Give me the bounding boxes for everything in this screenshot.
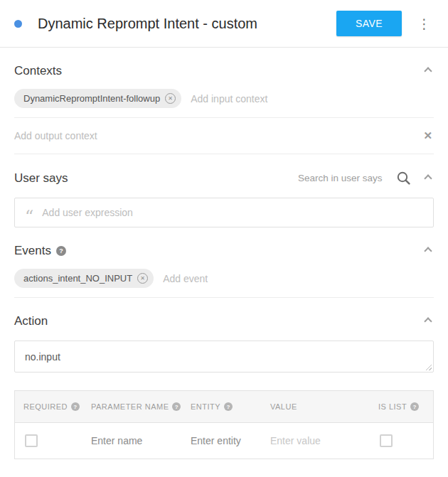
action-heading: Action (14, 314, 48, 328)
column-header-parameter-name: PARAMETER NAME ? (82, 391, 182, 422)
parameters-table: REQUIRED ? PARAMETER NAME ? ENTITY ? VAL… (14, 390, 434, 459)
remove-event-icon[interactable]: ✕ (137, 273, 148, 284)
contexts-section-divider (14, 154, 434, 154)
action-name-field[interactable] (25, 351, 423, 363)
column-header-is-list: IS LIST ? (370, 391, 433, 422)
required-checkbox[interactable] (25, 434, 38, 447)
column-header-entity: ENTITY ? (182, 391, 262, 422)
events-section: Events ? actions_intent_NO_INPUT ✕ (0, 244, 448, 297)
is-list-checkbox[interactable] (380, 434, 393, 447)
event-chip: actions_intent_NO_INPUT ✕ (14, 269, 154, 288)
column-header-value: VALUE (262, 391, 370, 422)
save-button[interactable]: SAVE (336, 11, 402, 36)
event-chip-label: actions_intent_NO_INPUT (23, 273, 132, 284)
user-says-search-group (298, 171, 434, 186)
parameter-row (15, 423, 433, 459)
kebab-menu-icon[interactable]: ⋮ (415, 16, 434, 32)
help-icon[interactable]: ? (172, 402, 181, 411)
clear-contexts-icon[interactable]: ✕ (422, 129, 434, 142)
column-header-required: REQUIRED ? (15, 391, 82, 422)
help-icon[interactable]: ? (224, 402, 233, 411)
parameter-name-field[interactable] (91, 435, 166, 446)
action-section: Action (0, 314, 448, 373)
action-input-box (14, 341, 434, 373)
input-context-chip-label: DynamicRepromptIntent-followup (23, 93, 160, 104)
user-expression-box: “ (14, 198, 434, 227)
chevron-up-icon[interactable] (424, 317, 432, 325)
entity-field[interactable] (191, 435, 265, 446)
user-says-heading: User says (14, 171, 68, 186)
add-output-context-field[interactable] (14, 130, 422, 141)
resize-handle[interactable] (425, 363, 432, 370)
value-field[interactable] (270, 435, 345, 446)
events-heading: Events (14, 244, 51, 258)
chevron-up-icon[interactable] (424, 67, 432, 75)
search-icon[interactable] (396, 171, 411, 186)
input-context-chip: DynamicRepromptIntent-followup ✕ (14, 89, 181, 108)
intent-header: Dynamic Reprompt Intent - custom SAVE ⋮ (0, 0, 448, 47)
add-event-field[interactable] (163, 273, 434, 284)
add-user-expression-field[interactable] (42, 207, 423, 218)
add-input-context-field[interactable] (191, 93, 434, 104)
contexts-heading: Contexts (14, 64, 62, 78)
help-icon[interactable]: ? (71, 402, 80, 411)
search-user-says-input[interactable] (298, 173, 392, 183)
output-context-section: ✕ (0, 118, 448, 154)
user-says-section: User says “ (0, 171, 448, 227)
events-section-divider (14, 297, 434, 298)
help-icon[interactable]: ? (56, 246, 66, 256)
help-icon[interactable]: ? (410, 402, 419, 411)
chevron-up-icon[interactable] (424, 174, 432, 182)
remove-context-icon[interactable]: ✕ (165, 93, 176, 104)
chevron-up-icon[interactable] (424, 247, 432, 254)
header-divider (0, 47, 448, 48)
intent-status-dot (14, 20, 22, 28)
parameters-table-header: REQUIRED ? PARAMETER NAME ? ENTITY ? VAL… (15, 391, 433, 423)
contexts-section: Contexts DynamicRepromptIntent-followup … (0, 64, 448, 117)
page-title: Dynamic Reprompt Intent - custom (38, 16, 257, 32)
